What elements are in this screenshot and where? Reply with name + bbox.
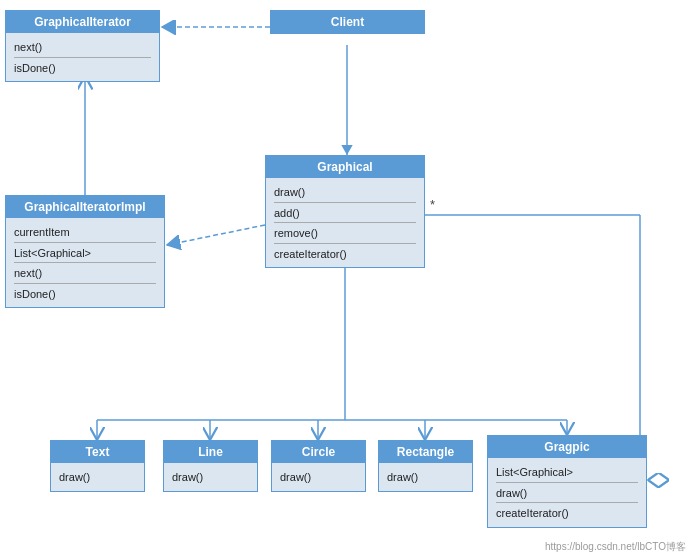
circle-draw: draw() (280, 467, 357, 487)
text-body: draw() (51, 463, 144, 491)
circle-header: Circle (272, 441, 365, 463)
gragpic-draw: draw() (496, 482, 638, 503)
rectangle-draw: draw() (387, 467, 464, 487)
field-currentItem: currentItem (14, 222, 156, 242)
method-isDone: isDone() (14, 57, 151, 78)
gragpic-body: List<Graphical> draw() createIterator() (488, 458, 646, 527)
text-draw: draw() (59, 467, 136, 487)
graphical-iterator-impl-header: GraphicalIteratorImpl (6, 196, 164, 218)
method-next: next() (14, 37, 151, 57)
method-add: add() (274, 202, 416, 223)
circle-class: Circle draw() (271, 440, 366, 492)
method-next2: next() (14, 262, 156, 283)
diagram-container: * GraphicalIterator next() isDone() Clie… (0, 0, 691, 559)
graphical-class: Graphical draw() add() remove() createIt… (265, 155, 425, 268)
line-class: Line draw() (163, 440, 258, 492)
field-listGraphical: List<Graphical> (14, 242, 156, 263)
line-draw: draw() (172, 467, 249, 487)
rectangle-body: draw() (379, 463, 472, 491)
graphical-body: draw() add() remove() createIterator() (266, 178, 424, 267)
gragpic-header: Gragpic (488, 436, 646, 458)
text-class: Text draw() (50, 440, 145, 492)
gragpic-list: List<Graphical> (496, 462, 638, 482)
gragpic-class: Gragpic List<Graphical> draw() createIte… (487, 435, 647, 528)
client-class: Client (270, 10, 425, 34)
svg-line-2 (167, 225, 265, 245)
graphical-iterator-class: GraphicalIterator next() isDone() (5, 10, 160, 82)
graphical-iterator-header: GraphicalIterator (6, 11, 159, 33)
rectangle-class: Rectangle draw() (378, 440, 473, 492)
line-body: draw() (164, 463, 257, 491)
line-header: Line (164, 441, 257, 463)
method-draw: draw() (274, 182, 416, 202)
method-remove: remove() (274, 222, 416, 243)
graphical-iterator-impl-body: currentItem List<Graphical> next() isDon… (6, 218, 164, 307)
text-header: Text (51, 441, 144, 463)
svg-text:*: * (430, 197, 435, 212)
graphical-header: Graphical (266, 156, 424, 178)
watermark: https://blog.csdn.net/lbCTO博客 (545, 540, 686, 554)
circle-body: draw() (272, 463, 365, 491)
rectangle-header: Rectangle (379, 441, 472, 463)
gragpic-createIterator: createIterator() (496, 502, 638, 523)
graphical-iterator-body: next() isDone() (6, 33, 159, 81)
method-createIterator: createIterator() (274, 243, 416, 264)
client-header: Client (271, 11, 424, 33)
graphical-iterator-impl-class: GraphicalIteratorImpl currentItem List<G… (5, 195, 165, 308)
method-isDone2: isDone() (14, 283, 156, 304)
